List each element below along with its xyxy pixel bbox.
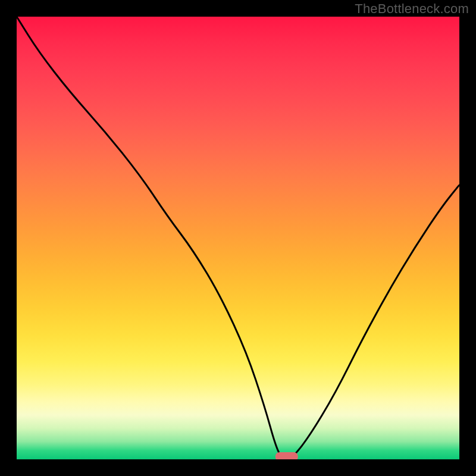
bottleneck-curve: [17, 17, 459, 459]
chart-frame: TheBottleneck.com: [0, 0, 476, 476]
plot-area: [17, 17, 459, 459]
optimal-point-marker: [275, 452, 298, 459]
chart-svg: [17, 17, 459, 459]
watermark-text: TheBottleneck.com: [355, 1, 469, 17]
